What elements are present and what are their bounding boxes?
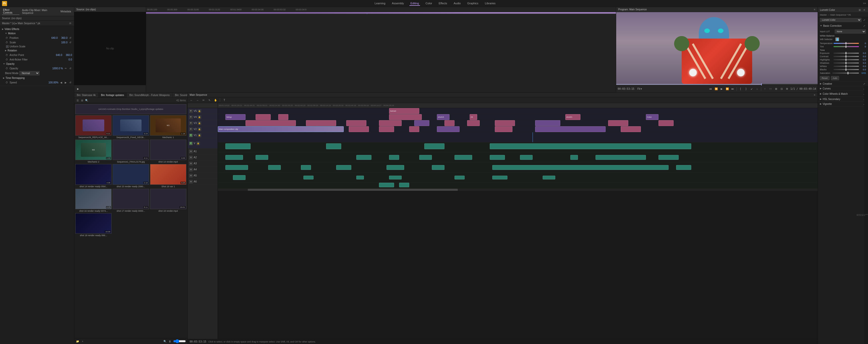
highlights-slider[interactable] — [834, 59, 859, 60]
bin-item-project[interactable]: si41043-Animatic-Drop Bombs4 Studio_1.pr… — [75, 104, 186, 114]
clip-v3-9[interactable] — [535, 120, 560, 126]
speed-next[interactable]: ▶ — [64, 81, 67, 84]
v1-lock-btn[interactable]: 🔒 — [198, 134, 201, 137]
program-monitor-close[interactable]: ✕ — [814, 8, 816, 11]
nav-audio[interactable]: Audio — [453, 1, 462, 6]
v5-eye-btn[interactable]: 👁 — [189, 109, 193, 113]
clip-a3-3[interactable] — [301, 165, 311, 170]
bin-tab-soundmorph-weapons[interactable]: Bin: SoundMorph - Future Weapons — [127, 93, 173, 97]
input-lut-select[interactable]: None — [835, 29, 866, 33]
nav-color[interactable]: Color — [425, 1, 433, 6]
clip-a2-4[interactable] — [389, 155, 399, 160]
track-v4[interactable]: Setup shot13 24 s — [218, 114, 818, 120]
contrast-slider[interactable] — [834, 56, 859, 57]
scale-reset[interactable]: ↺ — [68, 40, 72, 44]
nav-editing[interactable]: Editing — [409, 1, 420, 6]
v4-eye-btn[interactable]: 👁 — [189, 115, 193, 119]
whites-slider[interactable] — [834, 66, 859, 67]
clip-v2-2[interactable] — [349, 126, 369, 132]
prog-step-back-btn[interactable]: ⏪ — [714, 87, 718, 91]
seq-select-btn[interactable]: ↖ — [207, 98, 212, 102]
seq-scroll-thumb[interactable] — [248, 189, 458, 191]
basic-reset-btn[interactable]: Reset — [820, 76, 830, 80]
time-remapping-header[interactable]: ▶ Time Remapping — [0, 76, 74, 80]
v3-lock-btn[interactable]: 🔒 — [198, 121, 201, 125]
lumetri-preset-select[interactable]: Lumetri Color — [820, 18, 862, 22]
clip-a2-11[interactable] — [658, 155, 679, 160]
clip-a4-6[interactable] — [492, 176, 507, 180]
bin-item-0[interactable]: 6:21 Sequence26_REPLACE_Wi... — [75, 115, 112, 139]
bin-item-mechanic1[interactable]: M1 1:18 Mechanic 1 — [150, 115, 186, 139]
clip-v2-8[interactable] — [621, 126, 641, 132]
clip-a1-1[interactable] — [225, 143, 251, 149]
clip-a1-2[interactable] — [326, 143, 341, 149]
saturation-slider[interactable] — [832, 73, 859, 74]
clip-a3-4[interactable] — [336, 165, 351, 170]
scale-stopwatch[interactable]: ⏱ — [5, 40, 8, 44]
bin-item-shot15[interactable]: 2:16 shot 15 render ready 2080... — [113, 164, 149, 188]
clip-a3-2[interactable] — [268, 165, 281, 170]
wb-eyedropper[interactable]: 💧 — [836, 37, 839, 41]
clip-v3-7[interactable] — [467, 120, 480, 126]
a1-mute-btn[interactable]: M — [189, 150, 193, 153]
highlights-value[interactable]: 0.0 — [860, 58, 866, 61]
bin-item-shot18mp4[interactable]: 20:01 shot 18 render.mp4 — [150, 189, 186, 212]
prog-play-btn[interactable]: ▶ — [719, 87, 724, 91]
lumetri-close[interactable]: ✕ — [863, 8, 866, 11]
opacity-header[interactable]: ▼ Opacity — [0, 62, 74, 66]
nav-graphics[interactable]: Graphics — [466, 1, 479, 6]
clip-a4-5[interactable] — [455, 176, 465, 180]
tint-value[interactable]: 0 — [860, 46, 866, 48]
prog-compare[interactable]: ⊡ — [779, 87, 784, 91]
clip-v3-11[interactable] — [658, 120, 674, 126]
seq-razor-btn[interactable]: ✂ — [201, 98, 206, 102]
bin-item-shot18r[interactable]: 16:00 shot 18 render ready 066... — [75, 213, 112, 237]
clip-a2-6[interactable] — [455, 155, 472, 160]
clip-v4-1[interactable]: Setup — [225, 114, 246, 120]
bin-item-1[interactable]: 3:23 Sequence26_Fixed_GEO8... — [113, 115, 149, 139]
clip-v2-3[interactable] — [379, 126, 394, 132]
reset-icon[interactable]: ⟳ — [68, 22, 72, 25]
v2-lock-btn[interactable]: 🔒 — [198, 127, 201, 131]
bin-list-view[interactable]: ☰ — [76, 98, 79, 102]
prog-lift[interactable]: ↑ — [763, 87, 767, 91]
clip-v4-2[interactable] — [256, 114, 271, 120]
anchor-stopwatch[interactable]: ⏱ — [5, 53, 8, 57]
a5-mute-btn[interactable]: M — [189, 174, 193, 177]
blacks-value[interactable]: 0.0 — [860, 68, 866, 71]
clip-v2-main[interactable]: Main composition clip — [218, 126, 344, 132]
effect-keyframe-area[interactable] — [146, 14, 616, 92]
video-effects-header[interactable]: ▶ Video Effects — [0, 27, 74, 31]
nav-libraries[interactable]: Libraries — [484, 1, 497, 6]
src-play-btn[interactable]: ▶ — [76, 87, 80, 91]
tab-effect-controls[interactable]: Effect Controls — [2, 8, 20, 15]
clip-a3-long[interactable] — [492, 165, 669, 170]
a6-mute-btn[interactable]: M — [189, 180, 193, 183]
clip-a2-5[interactable] — [419, 155, 432, 160]
clip-a2-8[interactable] — [520, 155, 533, 160]
shadows-value[interactable]: 0.0 — [860, 62, 866, 64]
clip-a2-2[interactable] — [256, 155, 268, 160]
blend-mode-select[interactable]: Normal — [20, 71, 39, 75]
nav-learning[interactable]: Learning — [374, 1, 386, 6]
speed-reset[interactable]: ↺ — [68, 81, 72, 84]
bin-new-item[interactable]: + — [81, 340, 84, 343]
temperature-value[interactable]: 0 — [860, 42, 866, 45]
bin-new-folder[interactable]: 📁 — [76, 340, 79, 343]
a2-mute-btn[interactable]: M — [189, 156, 193, 159]
v4-lock-btn[interactable]: 🔒 — [198, 115, 201, 119]
lumetri-expand[interactable]: ⊞ — [858, 8, 862, 11]
seq-hand-btn[interactable]: ✋ — [213, 98, 218, 102]
bin-item-mechanic2[interactable]: M2 1:22 Mechanic 2 — [75, 140, 112, 163]
bin-tab-staircase[interactable]: Bin: Staircase 4k — [74, 93, 98, 97]
uniform-scale-checkbox[interactable]: ✓ — [6, 46, 8, 48]
v-lock-btn[interactable]: 🔒 — [196, 142, 200, 145]
creative-expand[interactable]: ⤢ — [863, 82, 866, 85]
bin-item-seq1[interactable]: 4:11 Sequence1_FINAL3176.jpg — [113, 140, 149, 163]
clip-v3-5[interactable] — [414, 120, 429, 126]
bin-size-slider[interactable] — [173, 339, 186, 343]
speed-stopwatch[interactable]: ⏱ — [5, 81, 8, 84]
track-a1[interactable] — [218, 142, 818, 152]
prog-to-in-btn[interactable]: ⏮ — [708, 87, 713, 91]
tab-audio-clip-mixer[interactable]: Audio Clip Mixer: Main Sequence — [21, 8, 58, 15]
